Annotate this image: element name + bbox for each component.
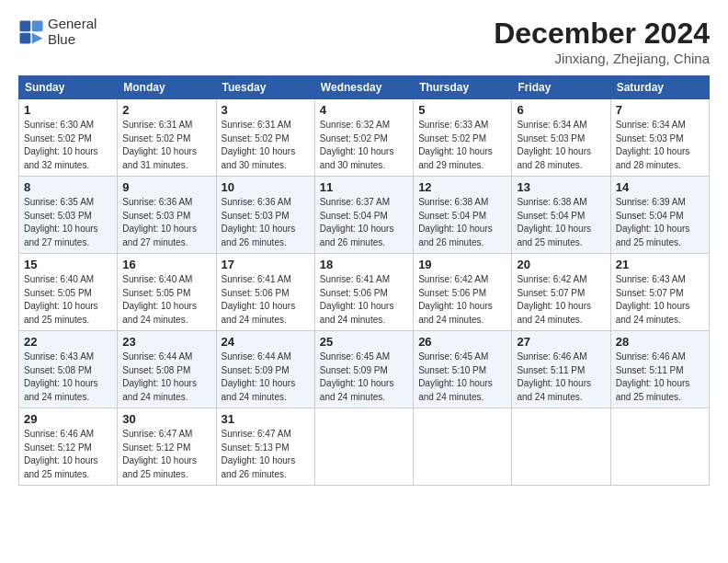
day-number: 28 xyxy=(616,335,704,349)
day-number: 1 xyxy=(24,103,112,117)
calendar-cell: 10Sunrise: 6:36 AMSunset: 5:03 PMDayligh… xyxy=(216,177,314,254)
week-row-4: 22Sunrise: 6:43 AMSunset: 5:08 PMDayligh… xyxy=(19,331,710,408)
svg-rect-0 xyxy=(19,20,30,31)
day-info: Sunrise: 6:39 AMSunset: 5:04 PMDaylight:… xyxy=(616,196,704,249)
day-number: 13 xyxy=(517,180,605,194)
svg-rect-1 xyxy=(19,32,30,43)
logo-line2: Blue xyxy=(48,32,97,48)
calendar-cell xyxy=(414,408,512,486)
calendar-cell xyxy=(610,408,709,486)
calendar-cell: 29Sunrise: 6:46 AMSunset: 5:12 PMDayligh… xyxy=(19,408,118,486)
page-container: General Blue December 2024 Jinxiang, Zhe… xyxy=(0,0,728,495)
calendar-cell: 9Sunrise: 6:36 AMSunset: 5:03 PMDaylight… xyxy=(118,177,216,254)
day-info: Sunrise: 6:37 AMSunset: 5:04 PMDaylight:… xyxy=(320,196,408,249)
day-number: 22 xyxy=(24,335,112,349)
day-info: Sunrise: 6:42 AMSunset: 5:07 PMDaylight:… xyxy=(517,273,605,327)
header-cell-wednesday: Wednesday xyxy=(314,76,413,99)
header-cell-tuesday: Tuesday xyxy=(216,76,314,99)
day-number: 26 xyxy=(418,335,506,349)
header-cell-friday: Friday xyxy=(512,76,610,99)
day-number: 4 xyxy=(320,103,408,117)
day-info: Sunrise: 6:47 AMSunset: 5:13 PMDaylight:… xyxy=(222,428,310,481)
svg-rect-2 xyxy=(32,20,43,31)
day-number: 6 xyxy=(517,103,605,117)
calendar-cell: 7Sunrise: 6:34 AMSunset: 5:03 PMDaylight… xyxy=(610,99,709,177)
header-cell-sunday: Sunday xyxy=(19,76,118,99)
calendar-cell: 20Sunrise: 6:42 AMSunset: 5:07 PMDayligh… xyxy=(512,254,610,331)
calendar-cell: 14Sunrise: 6:39 AMSunset: 5:04 PMDayligh… xyxy=(610,177,709,254)
day-number: 9 xyxy=(122,180,210,194)
day-number: 3 xyxy=(222,103,310,117)
calendar-cell: 28Sunrise: 6:46 AMSunset: 5:11 PMDayligh… xyxy=(610,331,709,408)
calendar-cell: 17Sunrise: 6:41 AMSunset: 5:06 PMDayligh… xyxy=(216,254,314,331)
calendar-cell: 6Sunrise: 6:34 AMSunset: 5:03 PMDaylight… xyxy=(512,99,610,177)
calendar-cell: 8Sunrise: 6:35 AMSunset: 5:03 PMDaylight… xyxy=(19,177,118,254)
day-info: Sunrise: 6:38 AMSunset: 5:04 PMDaylight:… xyxy=(418,196,506,249)
day-info: Sunrise: 6:34 AMSunset: 5:03 PMDaylight:… xyxy=(517,119,605,172)
calendar-cell: 13Sunrise: 6:38 AMSunset: 5:04 PMDayligh… xyxy=(512,177,610,254)
day-info: Sunrise: 6:40 AMSunset: 5:05 PMDaylight:… xyxy=(24,273,112,327)
logo: General Blue xyxy=(18,17,97,47)
day-number: 5 xyxy=(418,103,506,117)
day-number: 2 xyxy=(122,103,210,117)
day-info: Sunrise: 6:41 AMSunset: 5:06 PMDaylight:… xyxy=(320,273,408,327)
calendar-cell: 30Sunrise: 6:47 AMSunset: 5:12 PMDayligh… xyxy=(118,408,216,486)
day-number: 7 xyxy=(616,103,704,117)
calendar-cell: 24Sunrise: 6:44 AMSunset: 5:09 PMDayligh… xyxy=(216,331,314,408)
day-info: Sunrise: 6:36 AMSunset: 5:03 PMDaylight:… xyxy=(122,196,210,249)
calendar-cell: 5Sunrise: 6:33 AMSunset: 5:02 PMDaylight… xyxy=(414,99,512,177)
day-info: Sunrise: 6:40 AMSunset: 5:05 PMDaylight:… xyxy=(122,273,210,327)
day-info: Sunrise: 6:33 AMSunset: 5:02 PMDaylight:… xyxy=(418,119,506,172)
calendar-cell: 16Sunrise: 6:40 AMSunset: 5:05 PMDayligh… xyxy=(118,254,216,331)
calendar-cell: 19Sunrise: 6:42 AMSunset: 5:06 PMDayligh… xyxy=(414,254,512,331)
day-number: 10 xyxy=(222,180,310,194)
calendar-cell: 2Sunrise: 6:31 AMSunset: 5:02 PMDaylight… xyxy=(118,99,216,177)
day-number: 18 xyxy=(320,258,408,271)
day-info: Sunrise: 6:32 AMSunset: 5:02 PMDaylight:… xyxy=(320,119,408,172)
day-info: Sunrise: 6:43 AMSunset: 5:08 PMDaylight:… xyxy=(24,350,112,404)
day-number: 8 xyxy=(24,180,112,194)
calendar-cell xyxy=(314,408,413,486)
day-number: 19 xyxy=(418,258,506,271)
header-cell-saturday: Saturday xyxy=(610,76,709,99)
calendar-cell: 1Sunrise: 6:30 AMSunset: 5:02 PMDaylight… xyxy=(19,99,118,177)
week-row-5: 29Sunrise: 6:46 AMSunset: 5:12 PMDayligh… xyxy=(19,408,710,486)
day-number: 24 xyxy=(222,335,310,349)
calendar-cell: 4Sunrise: 6:32 AMSunset: 5:02 PMDaylight… xyxy=(314,99,413,177)
day-info: Sunrise: 6:41 AMSunset: 5:06 PMDaylight:… xyxy=(222,273,310,327)
calendar-cell: 25Sunrise: 6:45 AMSunset: 5:09 PMDayligh… xyxy=(314,331,413,408)
day-number: 31 xyxy=(222,412,310,426)
logo-text: General Blue xyxy=(48,17,97,47)
day-number: 25 xyxy=(320,335,408,349)
day-info: Sunrise: 6:45 AMSunset: 5:09 PMDaylight:… xyxy=(320,350,408,404)
week-row-1: 1Sunrise: 6:30 AMSunset: 5:02 PMDaylight… xyxy=(19,99,710,177)
day-number: 15 xyxy=(24,258,112,271)
day-info: Sunrise: 6:31 AMSunset: 5:02 PMDaylight:… xyxy=(222,119,310,172)
day-number: 17 xyxy=(222,258,310,271)
logo-icon xyxy=(18,19,44,45)
header-cell-thursday: Thursday xyxy=(414,76,512,99)
calendar-cell: 18Sunrise: 6:41 AMSunset: 5:06 PMDayligh… xyxy=(314,254,413,331)
calendar-cell: 27Sunrise: 6:46 AMSunset: 5:11 PMDayligh… xyxy=(512,331,610,408)
calendar-cell: 3Sunrise: 6:31 AMSunset: 5:02 PMDaylight… xyxy=(216,99,314,177)
day-info: Sunrise: 6:46 AMSunset: 5:11 PMDaylight:… xyxy=(517,350,605,404)
day-number: 29 xyxy=(24,412,112,426)
day-info: Sunrise: 6:34 AMSunset: 5:03 PMDaylight:… xyxy=(616,119,704,172)
calendar-cell: 11Sunrise: 6:37 AMSunset: 5:04 PMDayligh… xyxy=(314,177,413,254)
day-info: Sunrise: 6:44 AMSunset: 5:09 PMDaylight:… xyxy=(222,350,310,404)
week-row-2: 8Sunrise: 6:35 AMSunset: 5:03 PMDaylight… xyxy=(19,177,710,254)
day-info: Sunrise: 6:38 AMSunset: 5:04 PMDaylight:… xyxy=(517,196,605,249)
main-title: December 2024 xyxy=(494,17,710,51)
day-number: 21 xyxy=(616,258,704,271)
calendar-cell: 23Sunrise: 6:44 AMSunset: 5:08 PMDayligh… xyxy=(118,331,216,408)
calendar-cell: 15Sunrise: 6:40 AMSunset: 5:05 PMDayligh… xyxy=(19,254,118,331)
title-area: December 2024 Jinxiang, Zhejiang, China xyxy=(494,17,710,66)
day-number: 30 xyxy=(122,412,210,426)
day-number: 20 xyxy=(517,258,605,271)
day-number: 27 xyxy=(517,335,605,349)
day-number: 11 xyxy=(320,180,408,194)
day-number: 12 xyxy=(418,180,506,194)
calendar-cell: 31Sunrise: 6:47 AMSunset: 5:13 PMDayligh… xyxy=(216,408,314,486)
header-cell-monday: Monday xyxy=(118,76,216,99)
calendar-table: SundayMondayTuesdayWednesdayThursdayFrid… xyxy=(18,75,710,486)
